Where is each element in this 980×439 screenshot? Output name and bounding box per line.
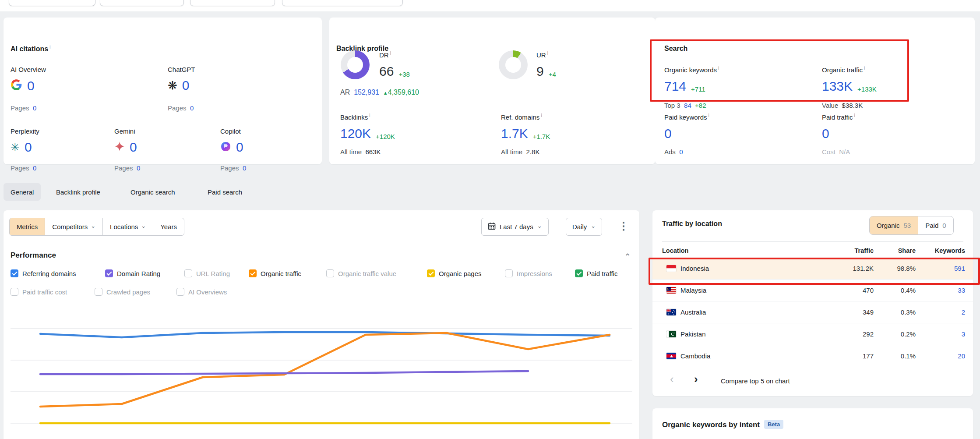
tab-backlink-profile[interactable]: Backlink profile (49, 183, 107, 201)
checkbox-box[interactable] (95, 288, 102, 296)
tab-organic-search[interactable]: Organic search (123, 183, 182, 201)
chevron-down-icon: ⌄ (91, 223, 95, 229)
checkbox-url-rating[interactable]: URL Rating (184, 269, 230, 278)
cutoff-control-box[interactable] (282, 0, 403, 6)
copilot-label: Copilot (220, 127, 241, 135)
info-icon[interactable]: i (541, 113, 542, 118)
keywords-link[interactable]: 33 (916, 287, 965, 294)
table-row-australia[interactable]: Australia 349 0.3% 2 (652, 301, 973, 323)
segment-competitors[interactable]: Competitors⌄ (45, 218, 102, 235)
info-icon[interactable]: i (709, 113, 709, 118)
checkbox-organic-pages[interactable]: Organic pages (427, 269, 482, 278)
ur-value: 9 (536, 65, 544, 78)
checkbox-paid-traffic-cost[interactable]: Paid traffic cost (11, 287, 67, 297)
segment-years[interactable]: Years (153, 218, 184, 235)
table-row-cambodia[interactable]: Cambodia 177 0.1% 20 (652, 345, 973, 367)
tab-general[interactable]: General (4, 183, 41, 201)
info-icon[interactable]: i (854, 113, 855, 118)
paid-keywords-value[interactable]: 0 (664, 127, 672, 140)
toggle-paid[interactable]: Paid0 (918, 216, 953, 234)
table-row-pakistan[interactable]: Pakistan 292 0.2% 3 (652, 323, 973, 345)
perplexity-label: Perplexity (11, 127, 39, 135)
keywords-link[interactable]: 591 (916, 265, 965, 272)
info-icon[interactable]: i (390, 51, 391, 56)
ai-overview-value[interactable]: 0 (27, 79, 35, 92)
calendar-icon (488, 222, 496, 231)
top-cutoff-strip (0, 0, 980, 11)
value-row: Value $38.3K (822, 102, 863, 109)
col-location[interactable]: Location (662, 247, 821, 254)
gemini-pages: Pages 0 (114, 164, 140, 172)
segment-metrics[interactable]: Metrics (10, 218, 45, 235)
table-row-indonesia[interactable]: Indonesia 131.2K 98.8% 591 (652, 258, 973, 280)
tab-paid-search[interactable]: Paid search (201, 183, 249, 201)
checkbox-paid-traffic[interactable]: Paid traffic (575, 269, 618, 278)
cutoff-control-box[interactable] (9, 0, 95, 6)
keywords-link[interactable]: 20 (916, 352, 965, 360)
table-row-malaysia[interactable]: Malaysia 470 0.4% 33 (652, 280, 973, 301)
backlinks-value[interactable]: 120K (340, 127, 371, 140)
info-icon[interactable]: i (864, 66, 865, 71)
organic-traffic-value[interactable]: 133K (822, 80, 853, 93)
copilot-value[interactable]: 0 (236, 141, 243, 154)
segment-locations[interactable]: Locations⌄ (102, 218, 153, 235)
checkbox-domain-rating[interactable]: Domain Rating (105, 269, 160, 278)
checkbox-box[interactable] (11, 288, 18, 296)
ref-domains-alltime: All time 2.8K (501, 148, 539, 156)
date-range-button[interactable]: Last 7 days ⌄ (481, 218, 549, 236)
top3-row: Top 3 84 +82 (664, 102, 706, 109)
col-traffic[interactable]: Traffic (821, 247, 874, 254)
referring-domains-line (40, 332, 610, 337)
checkbox-box[interactable] (575, 269, 583, 277)
checkbox-impressions[interactable]: Impressions (505, 269, 552, 278)
checkbox-referring-domains[interactable]: Referring domains (11, 269, 76, 278)
checkbox-organic-traffic-value[interactable]: Organic traffic value (326, 269, 396, 278)
ur-label: URi (536, 51, 548, 59)
checkbox-crawled-pages[interactable]: Crawled pages (95, 287, 150, 297)
keywords-link[interactable]: 3 (916, 330, 965, 338)
checkbox-box[interactable] (176, 288, 184, 296)
granularity-button[interactable]: Daily ⌄ (566, 218, 602, 236)
col-share[interactable]: Share (874, 247, 916, 254)
paid-traffic-value[interactable]: 0 (822, 127, 829, 140)
ai-overview-label: AI Overview (11, 66, 46, 73)
organic-keywords-value[interactable]: 714 (664, 80, 686, 93)
flag-pakistan-icon (666, 331, 676, 337)
checkbox-box[interactable] (326, 269, 334, 277)
info-icon[interactable]: i (547, 51, 548, 56)
traffic-by-location-panel: Traffic by location Organic53 Paid0 Loca… (652, 210, 973, 396)
pagination-prev-icon[interactable]: ‹ (670, 373, 674, 385)
compare-top5-link[interactable]: Compare top 5 on chart (721, 377, 790, 385)
keywords-link[interactable]: 2 (916, 308, 965, 316)
checkbox-box[interactable] (184, 269, 192, 277)
up-triangle-icon: ▲ (383, 90, 388, 96)
checkbox-box[interactable] (427, 269, 435, 277)
chatgpt-value[interactable]: 0 (182, 79, 190, 92)
ref-domains-delta: +1.7K (533, 133, 550, 140)
info-icon[interactable]: i (369, 113, 370, 118)
organic-traffic-delta: +133K (857, 85, 877, 93)
cutoff-control-box[interactable] (100, 0, 184, 6)
traffic-by-location-title: Traffic by location (662, 220, 722, 228)
pagination-next-icon[interactable]: › (694, 373, 698, 385)
cutoff-control-box[interactable] (190, 0, 275, 6)
perplexity-pages: Pages 0 (11, 164, 36, 172)
ref-domains-value[interactable]: 1.7K (501, 127, 528, 140)
main-performance-panel: Metrics Competitors⌄ Locations⌄ Years La… (4, 210, 639, 439)
checkbox-organic-traffic[interactable]: Organic traffic (249, 269, 301, 278)
checkbox-box[interactable] (505, 269, 513, 277)
dr-delta: +38 (398, 71, 409, 78)
perplexity-value[interactable]: 0 (25, 141, 32, 154)
checkbox-box[interactable] (249, 269, 257, 277)
toggle-organic[interactable]: Organic53 (870, 216, 918, 234)
col-keywords[interactable]: Keywords (916, 247, 965, 254)
checkbox-box[interactable] (105, 269, 113, 277)
gemini-value[interactable]: 0 (130, 141, 137, 154)
kebab-menu-icon[interactable]: ⋮ (618, 220, 629, 232)
chevron-down-icon: ⌄ (537, 223, 542, 229)
checkbox-box[interactable] (11, 269, 18, 277)
checkbox-ai-overviews[interactable]: AI Overviews (176, 287, 227, 297)
info-icon[interactable]: i (718, 66, 719, 71)
info-icon[interactable]: i (49, 45, 50, 50)
collapse-section-icon[interactable]: ⌃ (624, 252, 631, 261)
